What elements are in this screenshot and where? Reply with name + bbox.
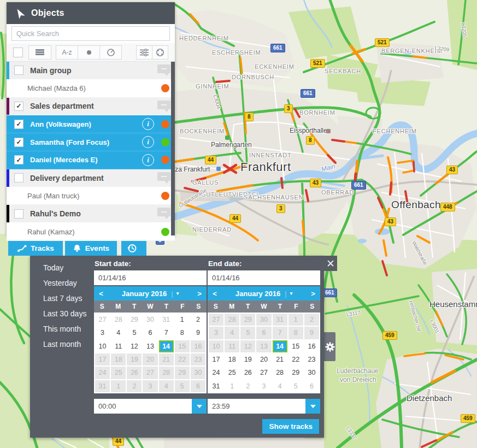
calendar-day[interactable]: 31 <box>159 314 174 326</box>
unit-row[interactable]: ✓Daniel (Mercedes E)i <box>7 151 175 169</box>
row-checkbox[interactable] <box>14 173 23 182</box>
calendar-day[interactable]: 20 <box>256 353 271 366</box>
row-checkbox[interactable]: ✓ <box>14 138 23 147</box>
calendar-day: 3 <box>209 327 223 339</box>
calendar-day[interactable]: 9 <box>191 327 205 339</box>
sort-alphabetical-button[interactable]: A-z <box>56 45 78 60</box>
row-checkbox[interactable] <box>14 66 23 75</box>
group-row[interactable]: Main group <box>7 62 175 80</box>
calendar-day[interactable]: 8 <box>175 327 190 339</box>
settings-filter-button[interactable] <box>136 45 152 60</box>
weekday-label: F <box>288 300 304 313</box>
calendar-day[interactable]: 12 <box>127 340 142 352</box>
month-dropdown-icon[interactable]: ▾ <box>290 291 293 296</box>
calendar-day[interactable]: 10 <box>95 340 110 352</box>
tab-history[interactable] <box>121 241 146 256</box>
unit-row[interactable]: Rahul (Kamaz) <box>7 223 175 241</box>
info-icon[interactable]: i <box>142 136 154 148</box>
calendar-day[interactable]: 21 <box>273 353 287 366</box>
calendar-day[interactable]: 2 <box>191 314 205 326</box>
calendar-day[interactable]: 4 <box>111 327 126 339</box>
calendar-day[interactable]: 11 <box>111 340 126 352</box>
calendar-day[interactable]: 27 <box>256 367 271 379</box>
calendar-day[interactable]: 28 <box>273 367 287 379</box>
select-all-checkbox[interactable] <box>13 48 23 57</box>
start-date-input[interactable] <box>94 270 207 285</box>
group-row[interactable]: Rahul's Demo <box>7 205 175 223</box>
calendar-day[interactable]: 13 <box>143 340 157 352</box>
calendar-day[interactable]: 1 <box>175 314 190 326</box>
unit-label: Samantha (Ford Focus) <box>30 138 109 146</box>
calendar-day[interactable]: 27 <box>95 314 110 326</box>
calendar-day[interactable]: 30 <box>143 314 157 326</box>
row-checkbox[interactable]: ✓ <box>14 155 23 164</box>
row-checkbox[interactable] <box>14 209 23 219</box>
calendar-day[interactable]: 3 <box>95 327 110 339</box>
calendar-day[interactable]: 19 <box>240 353 255 366</box>
tab-events[interactable]: Events <box>65 241 117 256</box>
calendar-day[interactable]: 18 <box>225 353 239 366</box>
quick-search-input[interactable] <box>11 26 170 41</box>
calendar-day[interactable]: 6 <box>143 327 157 339</box>
end-date-input[interactable] <box>208 270 320 285</box>
end-time-dropdown-button[interactable] <box>305 399 320 414</box>
calendar-day[interactable]: 16 <box>304 340 319 352</box>
calendar-day: 5 <box>175 380 190 392</box>
calendar-day[interactable]: 14 <box>273 340 287 352</box>
calendar-day[interactable]: 2 <box>240 380 255 392</box>
dot-view-button[interactable] <box>78 45 100 60</box>
row-checkbox[interactable]: ✓ <box>14 102 23 111</box>
close-panel-button[interactable]: ✕ <box>324 256 337 271</box>
calendar-day[interactable]: 29 <box>127 314 142 326</box>
calendar-day[interactable]: 7 <box>159 327 174 339</box>
calendar-day: 28 <box>159 367 174 379</box>
end-time-select[interactable]: 23:59 <box>208 399 320 414</box>
calendar-day[interactable]: 25 <box>225 367 239 379</box>
unit-row[interactable]: ✓Ann (Volkswagen)i <box>7 115 175 133</box>
info-icon[interactable]: i <box>142 154 154 166</box>
calendar-day[interactable]: 5 <box>127 327 142 339</box>
calendar-day[interactable]: 15 <box>288 340 303 352</box>
calendar-day[interactable]: 30 <box>304 367 319 379</box>
start-time-dropdown-button[interactable] <box>192 399 207 414</box>
calendar-day[interactable]: 17 <box>209 353 223 366</box>
object-list-scrollbar[interactable] <box>171 62 175 235</box>
next-month-button[interactable]: > <box>306 290 320 298</box>
calendar-day[interactable]: 4 <box>273 380 287 392</box>
tab-tracks[interactable]: Tracks <box>8 241 63 256</box>
info-icon[interactable]: i <box>142 118 154 130</box>
group-label: Delivery department <box>30 174 104 182</box>
unit-row[interactable]: ✓Samantha (Ford Focus)i <box>7 133 175 151</box>
calendar-day[interactable]: 22 <box>288 353 303 366</box>
gauge-button[interactable] <box>100 45 122 60</box>
prev-month-button[interactable]: < <box>94 290 108 298</box>
start-time-select[interactable]: 00:00 <box>94 399 207 414</box>
prev-month-button[interactable]: < <box>208 290 222 298</box>
calendar-day[interactable]: 3 <box>256 380 271 392</box>
unit-row[interactable]: Michael (Mazda 6) <box>7 80 175 98</box>
group-row[interactable]: ✓Sales department <box>7 98 175 116</box>
calendar-day[interactable]: 29 <box>288 367 303 379</box>
panel-settings-tab[interactable] <box>324 332 335 361</box>
weekday-label: T <box>272 300 288 313</box>
calendar-day[interactable]: 14 <box>159 340 174 352</box>
list-view-button[interactable] <box>28 45 51 60</box>
month-dropdown-icon[interactable]: ▾ <box>176 291 179 296</box>
calendar-day[interactable]: 28 <box>111 314 126 326</box>
calendar-day[interactable]: 31 <box>209 380 223 392</box>
unit-row[interactable]: Paul (Man truck) <box>7 187 175 205</box>
locate-button[interactable] <box>152 45 168 60</box>
calendar-day[interactable]: 26 <box>240 367 255 379</box>
calendar-day: 28 <box>225 314 239 326</box>
calendar-day[interactable]: 6 <box>304 380 319 392</box>
calendar-day[interactable]: 23 <box>304 353 319 366</box>
show-tracks-button[interactable]: Show tracks <box>262 419 319 434</box>
calendar-day[interactable]: 1 <box>225 380 239 392</box>
next-month-button[interactable]: > <box>192 290 207 298</box>
status-dot <box>161 138 169 146</box>
row-checkbox[interactable]: ✓ <box>14 120 23 129</box>
group-row[interactable]: Delivery department <box>7 169 175 187</box>
calendar-day[interactable]: 5 <box>288 380 303 392</box>
objects-toolbar: A-z <box>7 43 175 62</box>
calendar-day[interactable]: 24 <box>209 367 223 379</box>
